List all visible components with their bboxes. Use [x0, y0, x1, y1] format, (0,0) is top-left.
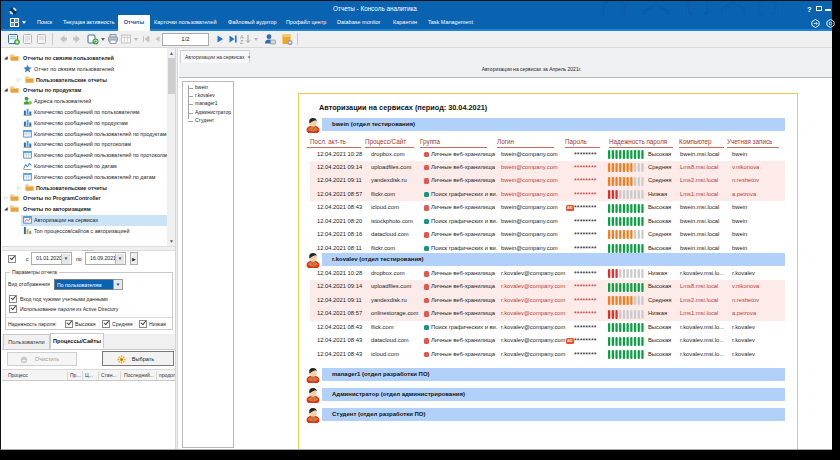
svg-text:Z: Z — [240, 39, 244, 45]
